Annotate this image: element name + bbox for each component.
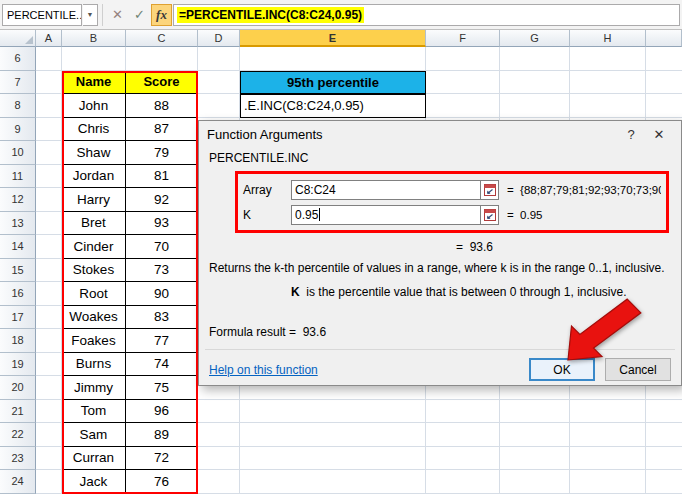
row-header-11[interactable]: 11 bbox=[0, 165, 36, 189]
col-header-H[interactable]: H bbox=[570, 30, 646, 47]
cell-B23[interactable]: Curran bbox=[62, 447, 126, 471]
k-input[interactable]: 0.95 bbox=[291, 205, 481, 225]
cell-D8[interactable] bbox=[198, 94, 240, 118]
array-range-picker-button[interactable] bbox=[481, 180, 499, 200]
cell-A21[interactable] bbox=[36, 400, 62, 424]
cell-G23[interactable] bbox=[500, 447, 570, 471]
cell-H7[interactable] bbox=[570, 71, 646, 95]
cell-A9[interactable] bbox=[36, 118, 62, 142]
formula-input[interactable]: =PERCENTILE.INC(C8:C24,0.95) bbox=[173, 4, 680, 26]
row-header-8[interactable]: 8 bbox=[0, 94, 36, 118]
row-header-6[interactable]: 6 bbox=[0, 47, 36, 71]
row-header-20[interactable]: 20 bbox=[0, 376, 36, 400]
cell-D6[interactable] bbox=[198, 47, 240, 71]
col-header-F[interactable]: F bbox=[426, 30, 500, 47]
col-header-C[interactable]: C bbox=[126, 30, 198, 47]
cell-F24[interactable] bbox=[426, 470, 500, 494]
row-header-13[interactable]: 13 bbox=[0, 212, 36, 236]
row-header-15[interactable]: 15 bbox=[0, 259, 36, 283]
cell-A16[interactable] bbox=[36, 282, 62, 306]
cell-B11[interactable]: Jordan bbox=[62, 165, 126, 189]
row-header-14[interactable]: 14 bbox=[0, 235, 36, 259]
cell-A15[interactable] bbox=[36, 259, 62, 283]
row-header-9[interactable]: 9 bbox=[0, 118, 36, 142]
enter-entry-button[interactable]: ✓ bbox=[129, 4, 150, 26]
cell-F6[interactable] bbox=[426, 47, 500, 71]
cell-B14[interactable]: Cinder bbox=[62, 235, 126, 259]
ok-button[interactable]: OK bbox=[529, 358, 595, 381]
cell-A18[interactable] bbox=[36, 329, 62, 353]
help-link[interactable]: Help on this function bbox=[209, 363, 529, 377]
row-header-16[interactable]: 16 bbox=[0, 282, 36, 306]
k-range-picker-button[interactable] bbox=[481, 205, 499, 225]
row-header-22[interactable]: 22 bbox=[0, 423, 36, 447]
row-header-10[interactable]: 10 bbox=[0, 141, 36, 165]
cell-C13[interactable]: 93 bbox=[126, 212, 198, 236]
cell-B10[interactable]: Shaw bbox=[62, 141, 126, 165]
cell-C6[interactable] bbox=[126, 47, 198, 71]
cell-A23[interactable] bbox=[36, 447, 62, 471]
cell-B7[interactable]: Name bbox=[62, 71, 126, 95]
cell-A20[interactable] bbox=[36, 376, 62, 400]
cell-D24[interactable] bbox=[198, 470, 240, 494]
cell-F21[interactable] bbox=[426, 400, 500, 424]
dialog-titlebar[interactable]: Function Arguments ? ✕ bbox=[199, 121, 681, 147]
cell-D22[interactable] bbox=[198, 423, 240, 447]
cell-B19[interactable]: Burns bbox=[62, 353, 126, 377]
cell-C9[interactable]: 87 bbox=[126, 118, 198, 142]
cell-C12[interactable]: 92 bbox=[126, 188, 198, 212]
cancel-entry-button[interactable]: ✕ bbox=[107, 4, 128, 26]
dialog-close-button[interactable]: ✕ bbox=[645, 127, 673, 142]
row-header-7[interactable]: 7 bbox=[0, 71, 36, 95]
cell-C15[interactable]: 73 bbox=[126, 259, 198, 283]
cell-F23[interactable] bbox=[426, 447, 500, 471]
cell-A14[interactable] bbox=[36, 235, 62, 259]
col-header-E[interactable]: E bbox=[240, 30, 426, 47]
cell-D21[interactable] bbox=[198, 400, 240, 424]
cell-A22[interactable] bbox=[36, 423, 62, 447]
insert-function-button[interactable]: fx bbox=[151, 4, 172, 26]
cell-H24[interactable] bbox=[570, 470, 646, 494]
cell-G24[interactable] bbox=[500, 470, 570, 494]
cell-B15[interactable]: Stokes bbox=[62, 259, 126, 283]
cell-H23[interactable] bbox=[570, 447, 646, 471]
cell-B18[interactable]: Foakes bbox=[62, 329, 126, 353]
select-all-corner[interactable] bbox=[0, 30, 36, 47]
cell-C24[interactable]: 76 bbox=[126, 470, 198, 494]
cell-G7[interactable] bbox=[500, 71, 570, 95]
cell-H21[interactable] bbox=[570, 400, 646, 424]
cell-B16[interactable]: Root bbox=[62, 282, 126, 306]
cell-B20[interactable]: Jimmy bbox=[62, 376, 126, 400]
cell-C21[interactable]: 96 bbox=[126, 400, 198, 424]
row-header-23[interactable]: 23 bbox=[0, 447, 36, 471]
cell-E8[interactable]: .E.INC(C8:C24,0.95) bbox=[240, 94, 426, 118]
cell-B9[interactable]: Chris bbox=[62, 118, 126, 142]
cell-G22[interactable] bbox=[500, 423, 570, 447]
cell-C10[interactable]: 79 bbox=[126, 141, 198, 165]
cell-E23[interactable] bbox=[240, 447, 426, 471]
cell-B6[interactable] bbox=[62, 47, 126, 71]
cell-D23[interactable] bbox=[198, 447, 240, 471]
cell-E22[interactable] bbox=[240, 423, 426, 447]
cell-A12[interactable] bbox=[36, 188, 62, 212]
cell-A6[interactable] bbox=[36, 47, 62, 71]
cell-A11[interactable] bbox=[36, 165, 62, 189]
cell-C7[interactable]: Score bbox=[126, 71, 198, 95]
row-header-21[interactable]: 21 bbox=[0, 400, 36, 424]
row-header-12[interactable]: 12 bbox=[0, 188, 36, 212]
name-box[interactable]: PERCENTILE... bbox=[2, 4, 82, 26]
cell-C16[interactable]: 90 bbox=[126, 282, 198, 306]
col-header-A[interactable]: A bbox=[36, 30, 62, 47]
cell-E24[interactable] bbox=[240, 470, 426, 494]
cell-B8[interactable]: John bbox=[62, 94, 126, 118]
cell-F7[interactable] bbox=[426, 71, 500, 95]
col-header-G[interactable]: G bbox=[500, 30, 570, 47]
cell-A8[interactable] bbox=[36, 94, 62, 118]
cell-B24[interactable]: Jack bbox=[62, 470, 126, 494]
col-header-B[interactable]: B bbox=[62, 30, 126, 47]
cell-F22[interactable] bbox=[426, 423, 500, 447]
array-input[interactable]: C8:C24 bbox=[291, 180, 481, 200]
cell-G21[interactable] bbox=[500, 400, 570, 424]
cell-H22[interactable] bbox=[570, 423, 646, 447]
cell-B21[interactable]: Tom bbox=[62, 400, 126, 424]
